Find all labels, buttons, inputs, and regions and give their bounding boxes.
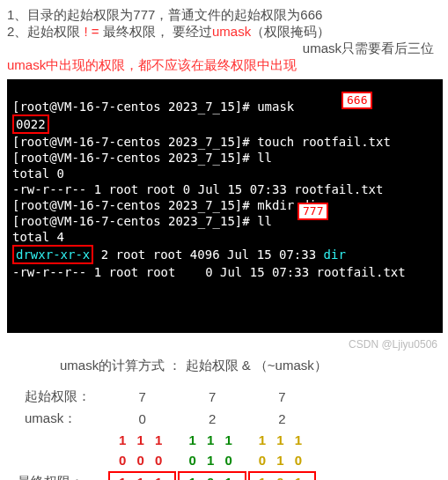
note-line-3: umask只需要看后三位 <box>7 41 443 57</box>
note-line-4: umask中出现的权限，都不应该在最终权限中出现 <box>7 57 443 74</box>
dir-perm-box: drwxr-xr-x <box>12 245 93 264</box>
note-line-2: 2、起始权限 ! = 最终权限， 要经过umask（权限掩码） <box>7 24 443 41</box>
row-umask: umask： 0 2 2 <box>9 409 316 429</box>
terminal-output: [root@VM-16-7-centos 2023_7_15]# umask 0… <box>7 79 443 333</box>
calc-title: umask的计算方式 ： 起始权限 & （~umask） <box>7 358 443 374</box>
annotation-666: 666 <box>342 92 372 109</box>
row-bits-a: 1 1 1 1 1 1 1 1 1 <box>9 431 316 449</box>
annotation-777: 777 <box>297 203 328 220</box>
umask-value-box: 0022 <box>12 114 49 134</box>
watermark: CSDN @Ljiyu0506 <box>349 336 437 352</box>
note-line-1: 1、目录的起始权限为777，普通文件的起始权限为666 <box>7 7 443 24</box>
row-final: 最终权限： 1 1 1 1 0 1 1 0 1 <box>9 471 316 480</box>
row-bits-b: 0 0 0 0 1 0 0 1 0 <box>9 451 316 469</box>
calculation-section: umask的计算方式 ： 起始权限 & （~umask） 起始权限： 7 7 7… <box>7 358 443 480</box>
calc-table: 起始权限： 7 7 7 umask： 0 2 2 1 1 1 1 1 1 1 1… <box>7 385 318 480</box>
row-initial: 起始权限： 7 7 7 <box>9 387 316 407</box>
